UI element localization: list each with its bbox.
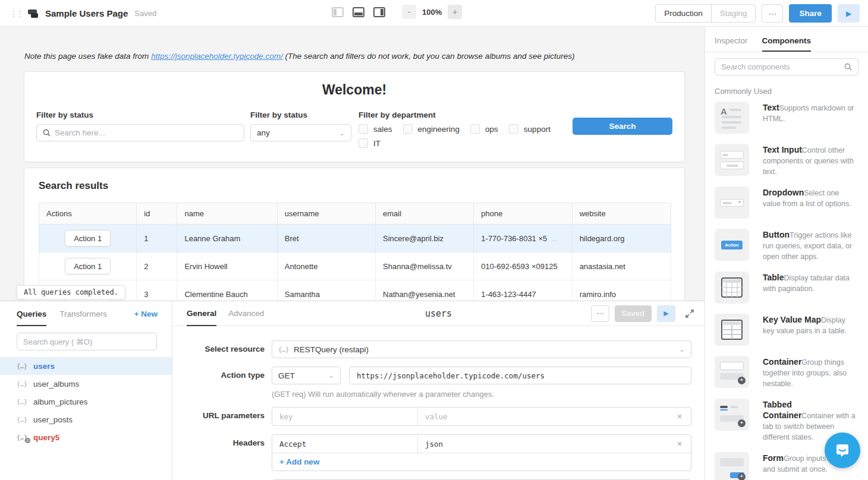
new-query-button[interactable]: + New — [134, 310, 158, 318]
search-icon — [43, 129, 51, 137]
toggle-left-panel-icon[interactable] — [332, 7, 344, 17]
action-button[interactable]: Action 1 — [65, 230, 111, 247]
table-row[interactable]: Action 1 2 Ervin Howell Antonette Shanna… — [39, 252, 671, 280]
component-search-input[interactable] — [721, 62, 839, 71]
app-icon — [28, 9, 40, 18]
query-item-users[interactable]: {…}users — [0, 357, 172, 375]
status-dropdown[interactable]: any ⌄ — [250, 124, 351, 141]
env-staging-button[interactable]: Staging — [712, 5, 756, 22]
component-table[interactable]: TableDisplay tabular data with paginatio… — [715, 271, 858, 304]
drag-grip-icon[interactable]: ⋮⋮ — [10, 9, 23, 18]
welcome-container: Welcome! Filter by status Filter by stat… — [24, 71, 685, 162]
remove-header-icon[interactable]: × — [668, 435, 691, 453]
component-name: Button — [763, 230, 790, 239]
saved-button[interactable]: Saved — [615, 305, 652, 322]
env-production-button[interactable]: Production — [656, 5, 712, 22]
component-text-input[interactable]: Text InputControl other components or qu… — [715, 144, 858, 176]
checkbox-engineering[interactable]: engineering — [403, 124, 460, 134]
param-value-input[interactable] — [418, 408, 668, 425]
panel-toggles — [332, 7, 385, 17]
add-new-header-button[interactable]: + Add new — [272, 453, 691, 470]
checkbox-label: support — [524, 125, 551, 134]
search-button[interactable]: Search — [573, 118, 672, 135]
component-dropdown[interactable]: ⌄ DropdownSelect one value from a list o… — [715, 187, 858, 219]
tab-advanced[interactable]: Advanced — [228, 301, 264, 326]
tab-components[interactable]: Components — [762, 36, 812, 52]
param-key-input[interactable] — [272, 408, 417, 425]
chat-launcher-button[interactable] — [825, 432, 860, 468]
tab-transformers[interactable]: Transformers — [59, 301, 107, 326]
toggle-bottom-panel-icon[interactable] — [353, 7, 364, 17]
preview-play-button[interactable]: ▶ — [838, 4, 860, 23]
col-website[interactable]: website — [572, 203, 671, 225]
checkbox-label: engineering — [418, 125, 460, 134]
method-select[interactable]: GET ⌄ — [272, 367, 341, 384]
checkbox-ops[interactable]: ops — [470, 124, 498, 134]
note-link[interactable]: https://jsonplaceholder.typicode.com/ — [151, 52, 283, 61]
status-search-field[interactable] — [36, 124, 244, 141]
checkbox-icon — [403, 124, 413, 134]
query-item-query5[interactable]: {…}!query5 — [0, 428, 172, 446]
col-name[interactable]: name — [177, 203, 277, 225]
status-search-input[interactable] — [55, 128, 238, 137]
query-item-user-albums[interactable]: {…}user_albums — [0, 375, 172, 393]
braces-icon: {…} — [17, 381, 27, 387]
run-query-button[interactable]: ▶ — [657, 305, 675, 322]
component-button[interactable]: Action ButtonTrigger actions like run qu… — [715, 229, 858, 261]
tab-inspector[interactable]: Inspector — [715, 36, 748, 52]
col-actions[interactable]: Actions — [39, 203, 137, 225]
table-component-icon — [715, 271, 749, 304]
braces-error-icon: {…}! — [17, 434, 27, 441]
query-item-user-posts[interactable]: {…}user_posts — [0, 410, 172, 428]
key-value-map-component-icon — [715, 314, 749, 346]
zoom-out-button[interactable]: - — [402, 5, 416, 19]
filter-status2-label: Filter by status — [250, 110, 351, 119]
toggle-right-panel-icon[interactable] — [373, 7, 385, 17]
checkbox-sales[interactable]: sales — [358, 124, 392, 134]
query-search-field[interactable] — [17, 333, 157, 350]
checkbox-support[interactable]: support — [509, 124, 551, 134]
cell-website: anastasia.net — [572, 252, 671, 280]
plus-icon: + — [738, 419, 746, 427]
resource-select[interactable]: {…} RESTQuery (restapi) ⌄ — [272, 340, 691, 358]
table-row[interactable]: Action 1 3 Clementine Bauch Samantha Nat… — [39, 280, 671, 301]
component-text[interactable]: A TextSupports markdown or HTML. — [715, 102, 858, 134]
col-id[interactable]: id — [137, 203, 177, 225]
tab-general[interactable]: General — [187, 301, 216, 326]
query-search-input[interactable] — [23, 337, 150, 346]
col-username[interactable]: username — [277, 203, 375, 225]
expand-icon[interactable] — [684, 308, 695, 319]
component-name: Form — [763, 453, 784, 463]
header-value-input[interactable] — [418, 435, 668, 453]
users-table: Actions id name username email phone web… — [39, 203, 671, 301]
error-badge: ! — [25, 438, 30, 443]
table-row[interactable]: Action 1 1 Leanne Graham Bret Sincere@ap… — [39, 225, 671, 252]
cell-id: 1 — [137, 225, 177, 252]
component-key-value-map[interactable]: Key Value MapDisplay key value pairs in … — [715, 314, 858, 346]
checkbox-label: IT — [373, 139, 380, 148]
col-email[interactable]: email — [376, 203, 474, 225]
method-value: GET — [278, 371, 323, 380]
share-button[interactable]: Share — [789, 4, 832, 23]
cell-phone: 1-770-736-8031 ×5… — [474, 225, 572, 252]
col-phone[interactable]: phone — [474, 203, 572, 225]
tabbed-container-component-icon: + — [715, 399, 749, 431]
header-key-input[interactable] — [272, 435, 417, 453]
form-component-icon: + — [715, 452, 749, 480]
remove-param-icon[interactable]: × — [668, 408, 691, 425]
component-container[interactable]: + ContainerGroup things together into gr… — [715, 356, 858, 389]
checkbox-it[interactable]: IT — [358, 138, 380, 148]
zoom-in-button[interactable]: + — [448, 5, 462, 19]
tab-queries[interactable]: Queries — [17, 301, 46, 326]
url-input[interactable] — [349, 367, 691, 384]
overflow-ellipsis-icon[interactable]: … — [551, 235, 558, 242]
more-options-button[interactable]: ⋯ — [762, 4, 783, 23]
toast-message: All queries completed. — [17, 285, 125, 299]
right-sidebar: Inspector Components Commonly Used A Tex… — [705, 27, 868, 480]
query-item-album-pictures[interactable]: {…}album_pictures — [0, 393, 172, 410]
canvas-note: Note this page uses fake data from https… — [24, 52, 575, 61]
query-more-button[interactable]: ⋯ — [591, 305, 609, 322]
action-button[interactable]: Action 1 — [65, 258, 111, 274]
department-checkbox-group: sales engineering ops support IT — [358, 124, 568, 148]
component-search-field[interactable] — [715, 58, 858, 75]
